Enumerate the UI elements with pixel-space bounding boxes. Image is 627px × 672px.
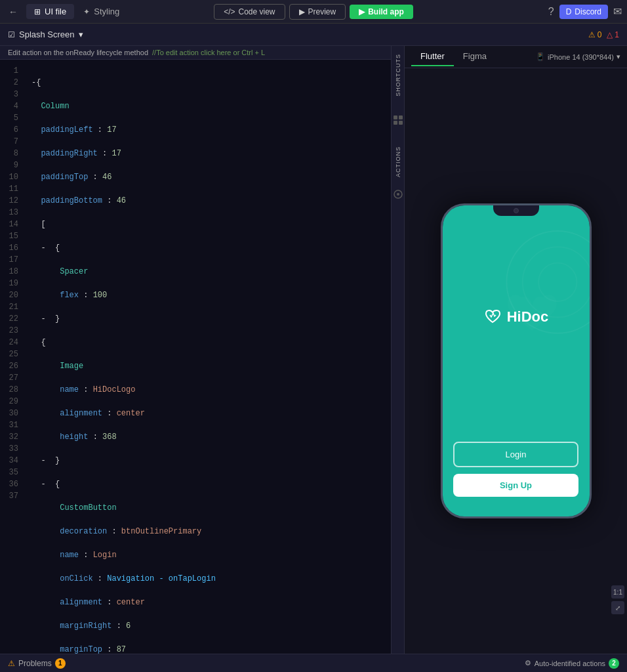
- actions-label: ACTIONS: [395, 146, 401, 177]
- phone-camera: [514, 208, 519, 213]
- actions-icon: [393, 189, 403, 200]
- code-line-4: paddingRight : 17: [31, 148, 383, 159]
- code-line-24: marginRight : 6: [31, 620, 383, 632]
- phone-notch: [493, 205, 539, 216]
- phone-screen: HiDoc Login Sign Up: [443, 205, 590, 516]
- message-button[interactable]: ✉: [613, 5, 622, 18]
- help-button[interactable]: ?: [548, 6, 554, 18]
- code-line-18: - {: [31, 478, 383, 490]
- expand-button[interactable]: ⤢: [611, 601, 624, 614]
- preview-toolbar: Flutter Figma 📱 iPhone 14 (390*844) ▾: [405, 46, 627, 68]
- bottom-bar-right: ⚙ Auto-identified actions 2: [525, 658, 619, 669]
- zoom-ratio-button[interactable]: 1:1: [611, 585, 624, 598]
- err-icon: △: [607, 30, 613, 39]
- preview-side-controls: 1:1 ⤢: [611, 585, 624, 614]
- second-bar: ☑ Splash Screen ▾ ⚠ 0 △ 1: [0, 24, 627, 46]
- discord-icon: D: [566, 7, 572, 16]
- code-line-25: marginTop : 87: [31, 644, 383, 654]
- code-line-22: onClick : Navigation - onTapLogin: [31, 573, 383, 585]
- device-selector[interactable]: 📱 iPhone 14 (390*844) ▾: [536, 52, 620, 61]
- phone-login-button[interactable]: Login: [453, 442, 578, 467]
- side-panels: SHORTCUTS ACTIONS: [391, 46, 404, 654]
- svg-rect-1: [399, 116, 403, 119]
- code-lines: -{ Column paddingLeft : 17 paddingRight …: [24, 60, 391, 654]
- phone-icon: 📱: [536, 52, 545, 61]
- top-bar: ← ⊞ UI file ✦ Styling </> Code view ▶ Pr…: [0, 0, 627, 24]
- phone-logo-text: HiDoc: [507, 308, 549, 326]
- tab-figma[interactable]: Figma: [454, 47, 496, 66]
- code-line-1: -{: [31, 77, 383, 89]
- code-line-19: CustomButton: [31, 502, 383, 514]
- preview-area: Flutter Figma 📱 iPhone 14 (390*844) ▾: [404, 46, 627, 654]
- code-line-16: height : 368: [31, 431, 383, 443]
- info-bar: Edit action on the onReady lifecycle met…: [0, 46, 391, 60]
- tab-ui-file-label: UI file: [45, 7, 66, 16]
- err-count: 1: [615, 30, 619, 39]
- info-bar-comment: //To edit action click here or Ctrl + L: [152, 49, 265, 56]
- svg-point-5: [397, 193, 399, 196]
- screen-name: Splash Screen: [19, 30, 75, 39]
- auto-identified-actions[interactable]: ⚙ Auto-identified actions 2: [525, 658, 619, 669]
- preview-button[interactable]: ▶ Preview: [289, 4, 346, 20]
- tab-styling[interactable]: ✦ Styling: [75, 4, 127, 19]
- auto-count-badge: 2: [609, 658, 619, 669]
- code-line-14: name : HiDocLogo: [31, 384, 383, 396]
- code-line-10: flex : 100: [31, 289, 383, 301]
- preview-main: HiDoc Login Sign Up: [405, 68, 627, 654]
- hidoc-heart-icon: [483, 308, 502, 326]
- top-bar-left: ← ⊞ UI file ✦ Styling: [5, 4, 211, 20]
- warn-icon: ⚠: [588, 30, 596, 39]
- tab-group: ⊞ UI file ✦ Styling: [26, 4, 127, 19]
- warn-alert: ⚠ 0: [588, 30, 602, 39]
- info-bar-text: Edit action on the onReady lifecycle met…: [8, 49, 148, 56]
- phone-buttons: Login Sign Up: [453, 442, 578, 516]
- err-alert: △ 1: [607, 30, 619, 39]
- discord-button[interactable]: D Discord: [559, 5, 608, 19]
- top-bar-center: </> Code view ▶ Preview ▶ Build app: [214, 4, 413, 20]
- code-line-7: [: [31, 219, 383, 230]
- bottom-bar: ⚠ Problems 1 ⚙ Auto-identified actions 2: [0, 654, 627, 672]
- code-line-2: Column: [31, 100, 383, 112]
- code-line-11: - }: [31, 313, 383, 325]
- screen-checkbox[interactable]: ☑: [8, 30, 15, 39]
- top-bar-right: ? D Discord ✉: [416, 5, 622, 19]
- build-icon: ▶: [359, 7, 365, 16]
- code-line-15: alignment : center: [31, 408, 383, 419]
- shortcuts-label: SHORTCUTS: [395, 54, 401, 96]
- tab-flutter[interactable]: Flutter: [411, 47, 454, 66]
- warn-icon: ⚠: [8, 659, 15, 668]
- back-button[interactable]: ←: [5, 4, 21, 20]
- code-line-21: name : Login: [31, 549, 383, 561]
- code-editor[interactable]: Edit action on the onReady lifecycle met…: [0, 46, 391, 654]
- problems-button[interactable]: ⚠ Problems 1: [8, 658, 66, 669]
- shortcuts-icon: [393, 115, 403, 125]
- problems-count-badge: 1: [55, 658, 66, 669]
- code-line-5: paddingTop : 46: [31, 171, 383, 183]
- code-line-20: decoration : btnOutlinePrimary: [31, 526, 383, 537]
- settings-icon: ⚙: [525, 659, 531, 667]
- build-app-button[interactable]: ▶ Build app: [350, 5, 413, 19]
- chevron-down-icon: ▾: [617, 52, 620, 61]
- actions-panel-btn[interactable]: ACTIONS: [394, 141, 403, 182]
- problems-label: Problems: [18, 659, 52, 668]
- phone-mockup: HiDoc Login Sign Up: [441, 203, 592, 518]
- screen-selector[interactable]: ☑ Splash Screen ▾: [8, 30, 83, 39]
- svg-rect-0: [394, 116, 397, 119]
- tab-ui-file[interactable]: ⊞ UI file: [26, 4, 74, 19]
- styling-icon: ✦: [83, 7, 90, 16]
- code-view-button[interactable]: </> Code view: [214, 4, 285, 20]
- svg-rect-2: [394, 121, 397, 125]
- code-line-12: {: [31, 337, 383, 348]
- phone-signup-button[interactable]: Sign Up: [453, 474, 578, 497]
- warn-count: 0: [597, 30, 602, 39]
- code-line-6: paddingBottom : 46: [31, 195, 383, 207]
- code-content: 1 2 3 4 5 6 7 8 9 10 11 12 13 14 15 16 1…: [0, 60, 391, 654]
- shortcuts-panel-btn[interactable]: SHORTCUTS: [394, 49, 403, 102]
- line-numbers: 1 2 3 4 5 6 7 8 9 10 11 12 13 14 15 16 1…: [0, 60, 24, 654]
- code-line-23: alignment : center: [31, 597, 383, 608]
- alerts: ⚠ 0 △ 1: [588, 30, 619, 39]
- svg-rect-3: [399, 121, 403, 125]
- code-line-3: paddingLeft : 17: [31, 124, 383, 136]
- device-name: iPhone 14 (390*844): [548, 53, 614, 61]
- code-line-8: - {: [31, 242, 383, 254]
